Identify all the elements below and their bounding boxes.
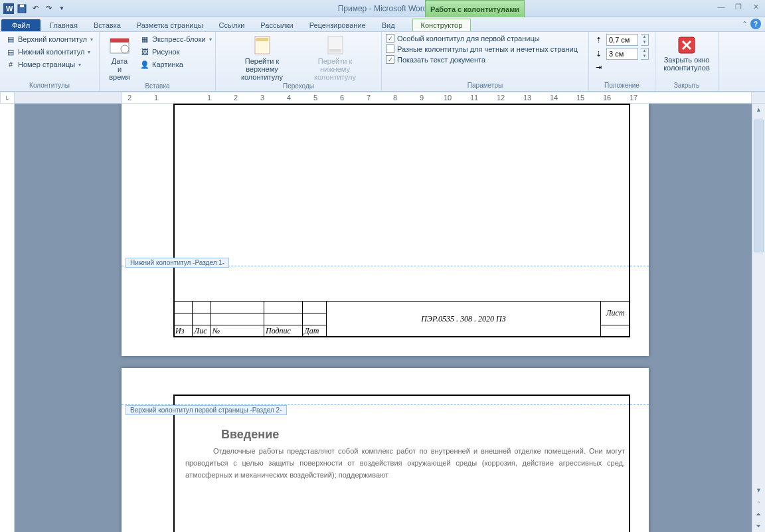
group-label-hf: Колонтитулы [4, 82, 95, 90]
clipart-button[interactable]: 👤Картинка [138, 58, 213, 70]
doc-code: ПЭР.0535 . 308 . 2020 ПЗ [327, 302, 601, 337]
save-icon[interactable] [16, 3, 28, 15]
help-icon[interactable]: ? [750, 19, 761, 29]
tab-references[interactable]: Ссылки [211, 19, 253, 31]
tab-design[interactable]: Конструктор [412, 19, 471, 31]
heading-intro: Введение [185, 425, 625, 445]
svg-point-6 [121, 45, 129, 53]
header-position-icon: ⇡ [593, 35, 604, 45]
checkbox-checked-icon: ✓ [386, 55, 394, 64]
tab-home[interactable]: Главная [42, 19, 86, 31]
footer-button[interactable]: ▤Нижний колонтитул▾ [4, 46, 94, 58]
undo-icon[interactable]: ↶ [29, 3, 41, 15]
tab-selector[interactable]: L [0, 92, 15, 104]
checkbox-checked-icon: ✓ [386, 34, 394, 43]
footer-icon: ▤ [5, 46, 16, 57]
footer-tag: Нижний колонтитул -Раздел 1- [126, 258, 229, 268]
paragraph: Отделочные работы представляют собой ком… [185, 445, 625, 481]
header-icon: ▤ [5, 34, 16, 44]
document-area: Нижний колонтитул -Раздел 1- ПЭР.0535 . … [0, 104, 752, 532]
group-label-position: Положение [593, 82, 651, 90]
prev-page-icon[interactable]: ⏶ [752, 508, 765, 520]
qat-dropdown-icon[interactable]: ▼ [56, 3, 68, 15]
svg-rect-5 [110, 39, 129, 43]
vertical-scrollbar[interactable]: ▲ ▼ ◦ ⏶ ⏷ [752, 104, 765, 532]
header-tag: Верхний колонтитул первой страницы -Разд… [126, 405, 287, 415]
spinner-icon[interactable]: ▲▼ [641, 48, 649, 60]
group-label-nav: Переходы [220, 82, 377, 90]
header-button[interactable]: ▤Верхний колонтитул▾ [4, 33, 94, 45]
ribbon: ▤Верхний колонтитул▾ ▤Нижний колонтитул▾… [0, 32, 765, 92]
scroll-thumb[interactable] [754, 120, 764, 252]
horizontal-ruler[interactable]: 21 1234567891011121314151617 [122, 92, 752, 104]
picture-icon: 🖼 [139, 46, 150, 57]
quick-access-toolbar: W ↶ ↷ ▼ [0, 3, 68, 15]
window-buttons: — ❐ ✕ [716, 1, 761, 12]
redo-icon[interactable]: ↷ [42, 3, 54, 15]
quickparts-icon: ▦ [139, 34, 150, 44]
minimize-ribbon-icon[interactable]: ⌃ [742, 20, 748, 29]
stamp-table: ПЭР.0535 . 308 . 2020 ПЗЛист ИзЛис№Подпи… [173, 301, 630, 337]
tab-file[interactable]: Файл [1, 19, 41, 31]
tab-review[interactable]: Рецензирование [301, 19, 374, 31]
odd-even-checkbox[interactable]: Разные колонтитулы для четных и нечетных… [386, 44, 578, 54]
chevron-down-icon: ▾ [88, 49, 90, 55]
svg-rect-8 [256, 38, 268, 41]
close-icon[interactable]: ✕ [750, 1, 761, 12]
footer-position-icon: ⇣ [593, 48, 604, 59]
ribbon-tabs: Файл Главная Вставка Разметка страницы С… [0, 17, 765, 32]
svg-rect-3 [20, 5, 24, 7]
goto-header-button[interactable]: Перейти к верхнему колонтитулу [226, 33, 299, 82]
page-1[interactable]: Нижний колонтитул -Раздел 1- ПЭР.0535 . … [122, 104, 649, 356]
tab-layout[interactable]: Разметка страницы [129, 19, 211, 31]
insert-alignment-tab-button[interactable]: ⇥ [593, 61, 649, 73]
page-number-button[interactable]: #Номер страницы▾ [4, 58, 94, 70]
group-label-insert: Вставка [104, 82, 211, 90]
chevron-down-icon: ▾ [209, 37, 212, 43]
tab-insert[interactable]: Вставка [86, 19, 129, 31]
spinner-icon[interactable]: ▲▼ [641, 34, 649, 46]
page-2[interactable]: Верхний колонтитул первой страницы -Разд… [122, 368, 649, 532]
goto-footer-icon [325, 35, 346, 56]
close-header-footer-button[interactable]: Закрыть окно колонтитулов [659, 33, 714, 73]
different-first-page-checkbox[interactable]: ✓Особый колонтитул для первой страницы [386, 33, 578, 43]
clipart-icon: 👤 [139, 59, 150, 70]
header-from-top-input[interactable]: ⇡ 0,7 см ▲▼ [593, 33, 649, 46]
scroll-down-icon[interactable]: ▼ [752, 484, 765, 496]
contextual-tab-label: Работа с колонтитулами [425, 0, 525, 17]
ruler-bar: L 21 1234567891011121314151617 [0, 92, 765, 104]
show-document-checkbox[interactable]: ✓Показать текст документа [386, 54, 578, 64]
pagenum-icon: # [5, 59, 16, 70]
app-title: Пример - Microsoft Word [338, 4, 428, 13]
body-text: Введение Отделочные работы представляют … [185, 425, 625, 481]
footer-from-bottom-input[interactable]: ⇣ 3 см ▲▼ [593, 47, 649, 60]
vertical-ruler[interactable] [0, 104, 15, 532]
svg-text:W: W [6, 5, 13, 13]
datetime-button[interactable]: Дата и время [104, 33, 135, 82]
tab-icon: ⇥ [593, 62, 604, 72]
checkbox-unchecked-icon [386, 44, 394, 53]
picture-button[interactable]: 🖼Рисунок [138, 46, 213, 58]
title-bar: W ↶ ↷ ▼ Пример - Microsoft Word Работа с… [0, 0, 765, 17]
word-icon: W [3, 3, 15, 15]
goto-footer-button: Перейти к нижнему колонтитулу [299, 33, 372, 82]
quickparts-button[interactable]: ▦Экспресс-блоки▾ [138, 33, 213, 45]
group-label-close: Закрыть [659, 82, 714, 90]
chevron-down-icon: ▾ [90, 37, 93, 43]
next-page-icon[interactable]: ⏷ [752, 520, 765, 532]
calendar-icon [109, 35, 130, 56]
group-label-options: Параметры [386, 82, 584, 90]
svg-rect-10 [329, 49, 341, 52]
tab-mailings[interactable]: Рассылки [252, 19, 301, 31]
scroll-up-icon[interactable]: ▲ [752, 104, 765, 116]
chevron-down-icon: ▾ [78, 62, 81, 68]
browse-object-icon[interactable]: ◦ [752, 496, 765, 508]
goto-header-icon [252, 35, 273, 56]
minimize-icon[interactable]: — [716, 1, 726, 12]
restore-icon[interactable]: ❐ [733, 1, 744, 12]
tab-view[interactable]: Вид [374, 19, 403, 31]
close-box-icon [676, 35, 697, 56]
